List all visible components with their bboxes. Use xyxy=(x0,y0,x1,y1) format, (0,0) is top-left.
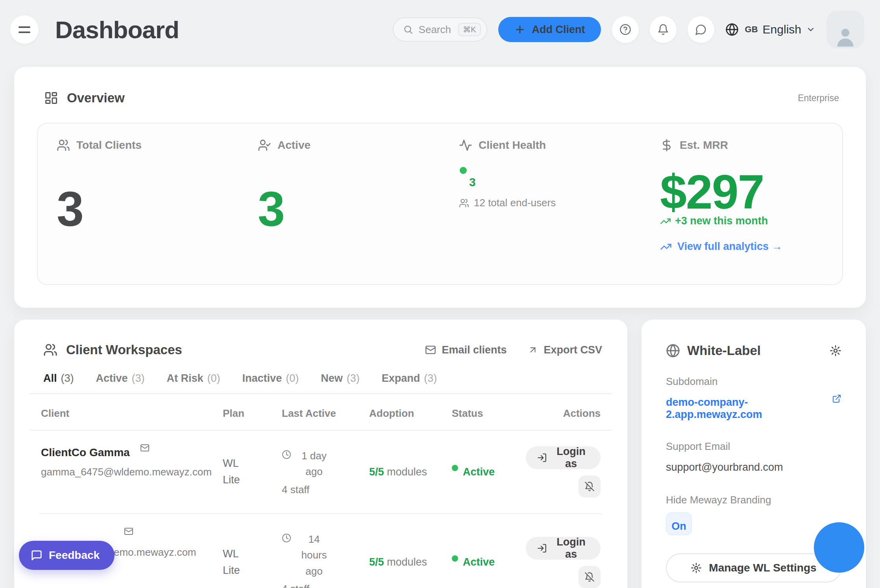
overview-card: Overview Enterprise Total Clients 3 Acti… xyxy=(14,67,866,308)
branding-label: Hide Mewayz Branding xyxy=(666,494,841,506)
workspaces-title: Client Workspaces xyxy=(66,342,182,357)
plan-badge: Enterprise xyxy=(798,93,839,104)
trending-up-icon xyxy=(660,241,672,253)
stat-active: Active 3 xyxy=(239,124,440,284)
chat-bubble-icon xyxy=(695,24,707,35)
tab-new[interactable]: New(3) xyxy=(321,372,360,385)
user-check-icon xyxy=(258,139,271,152)
bell-off-icon xyxy=(584,481,595,492)
tab-at-risk[interactable]: At Risk(0) xyxy=(167,372,220,385)
client-email: gamma_6475@wldemo.mewayz.com xyxy=(41,466,223,478)
add-client-label: Add Client xyxy=(532,24,585,36)
log-in-icon xyxy=(537,453,547,463)
add-client-button[interactable]: Add Client xyxy=(498,17,601,42)
mail-icon xyxy=(425,344,436,355)
page-title: Dashboard xyxy=(55,16,179,44)
chat-fab-button[interactable] xyxy=(814,522,864,573)
arrow-up-right-icon xyxy=(528,345,538,355)
white-label-title: White-Label xyxy=(687,343,761,358)
workspace-filter-tabs: All(3) Active(3) At Risk(0) Inactive(0) … xyxy=(43,372,598,385)
user-avatar[interactable] xyxy=(826,11,864,48)
login-as-button[interactable]: Login as xyxy=(526,537,601,560)
total-clients-value: 3 xyxy=(57,187,239,231)
mrr-value: $297 xyxy=(660,170,842,214)
export-csv-button[interactable]: Export CSV xyxy=(528,344,602,356)
status-badge: Active xyxy=(452,466,526,478)
users-icon xyxy=(43,343,57,357)
language-label: English xyxy=(763,23,801,36)
divider xyxy=(30,393,612,394)
search-icon xyxy=(403,24,413,35)
activity-icon xyxy=(459,139,472,152)
export-csv-label: Export CSV xyxy=(544,344,602,356)
mail-icon xyxy=(140,443,150,453)
mrr-delta: +3 new this month xyxy=(675,215,768,227)
language-code: GB xyxy=(745,24,758,35)
branding-toggle[interactable]: On xyxy=(666,512,692,535)
mute-notifications-button[interactable] xyxy=(579,566,601,588)
messages-button[interactable] xyxy=(688,16,714,43)
stat-label: Active xyxy=(277,139,311,152)
search-placeholder: Search xyxy=(419,24,453,36)
trending-up-icon xyxy=(660,216,671,227)
feedback-label: Feedback xyxy=(49,549,100,562)
health-count: 3 xyxy=(469,176,641,189)
actions-cell: Login as xyxy=(526,446,601,497)
status-dot xyxy=(452,465,458,471)
end-users-count: 12 total end-users xyxy=(474,197,556,209)
client-email: emo.mewayz.com xyxy=(114,546,223,558)
adoption-cell: 5/5 modules xyxy=(369,556,452,568)
email-clients-button[interactable]: Email clients xyxy=(425,344,507,356)
notifications-button[interactable] xyxy=(650,16,677,43)
plus-icon xyxy=(514,24,526,35)
users-icon xyxy=(57,139,70,152)
login-as-button[interactable]: Login as xyxy=(526,446,601,469)
stat-label: Est. MRR xyxy=(680,139,728,152)
menu-icon xyxy=(18,26,30,28)
top-bar: Dashboard Search ⌘K Add Client xyxy=(0,0,880,59)
table-row: ClientCo Gamma gamma_6475@wldemo.mewayz.… xyxy=(14,431,627,513)
help-button[interactable] xyxy=(612,16,639,43)
subdomain-link[interactable]: demo-company-2.app.mewayz.com xyxy=(666,396,841,421)
overview-stats-tile: Total Clients 3 Active 3 Client Health xyxy=(37,123,843,285)
stat-label: Client Health xyxy=(479,139,546,152)
message-square-icon xyxy=(31,549,43,561)
tab-expand[interactable]: Expand(3) xyxy=(382,372,437,385)
stat-total-clients: Total Clients 3 xyxy=(38,124,239,284)
settings-gear-button[interactable] xyxy=(830,345,841,357)
last-active-text: 1 day ago xyxy=(296,448,332,480)
gear-icon xyxy=(691,562,702,573)
adoption-cell: 5/5 modules xyxy=(369,466,452,478)
mute-notifications-button[interactable] xyxy=(579,475,601,497)
staff-count: 4 staff xyxy=(282,583,369,588)
status-dot xyxy=(452,555,458,562)
tab-active[interactable]: Active(3) xyxy=(96,372,145,385)
last-active-cell: 1 day ago 4 staff xyxy=(282,448,369,497)
status-badge: Active xyxy=(452,556,526,568)
overview-title: Overview xyxy=(67,91,125,105)
chevron-down-icon xyxy=(806,25,815,34)
globe-icon xyxy=(725,23,739,36)
search-input[interactable]: Search ⌘K xyxy=(393,17,487,42)
feedback-button[interactable]: Feedback xyxy=(19,541,115,570)
dollar-icon xyxy=(660,139,673,152)
table-header: Client Plan Last Active Adoption Status … xyxy=(14,407,627,420)
tab-all[interactable]: All(3) xyxy=(43,372,74,385)
view-analytics-link[interactable]: View full analytics → xyxy=(660,240,842,253)
manage-wl-settings-button[interactable]: Manage WL Settings xyxy=(666,553,841,582)
support-email-label: Support Email xyxy=(666,440,841,453)
menu-button[interactable] xyxy=(10,15,39,44)
bell-icon xyxy=(657,24,669,35)
log-in-icon xyxy=(537,543,547,553)
support-email-value: support@yourbrand.com xyxy=(666,461,841,473)
language-selector[interactable]: GB English xyxy=(725,23,815,36)
search-shortcut-badge: ⌘K xyxy=(458,23,481,36)
tab-inactive[interactable]: Inactive(0) xyxy=(242,372,299,385)
view-analytics-label: View full analytics → xyxy=(677,240,782,253)
email-clients-label: Email clients xyxy=(442,344,507,356)
external-link-icon xyxy=(832,396,841,406)
dashboard-grid-icon xyxy=(44,91,58,105)
clock-icon xyxy=(282,448,291,480)
last-active-cell: 14 hours ago 4 staff xyxy=(282,531,369,588)
plan-cell: WL Lite xyxy=(223,455,282,488)
